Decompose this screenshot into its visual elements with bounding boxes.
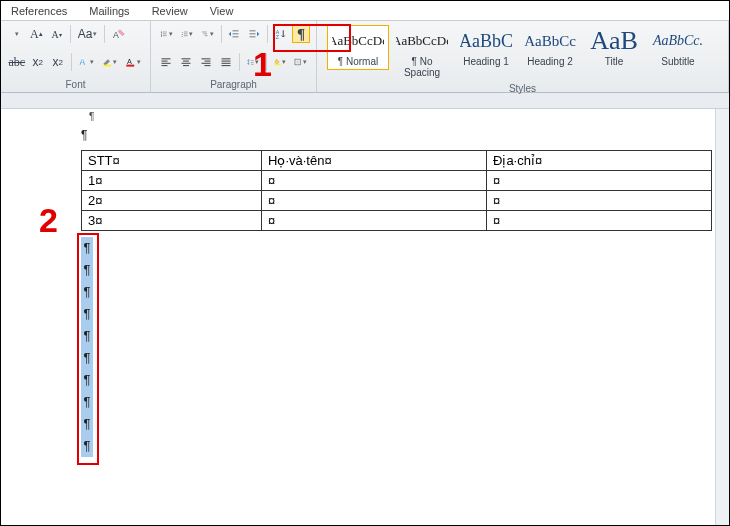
group-styles: AaBbCcDc¶ NormalAaBbCcDc¶ No SpacingAaBb… [317,21,729,92]
document-table[interactable]: STT¤ Họ·và·tên¤ Địa·chỉ¤ 1¤ ¤ ¤ 2¤ ¤ ¤ 3… [81,150,712,231]
superscript-button[interactable]: x2 [49,53,67,71]
table-cell[interactable]: 1¤ [82,171,262,191]
align-center-button[interactable] [177,53,195,71]
svg-rect-39 [205,65,211,66]
borders-button[interactable]: ▾ [291,53,310,71]
increase-indent-button[interactable] [245,25,263,43]
annotation-number-1: 1 [253,45,272,84]
paragraph-mark: ¶ [81,413,93,435]
clear-formatting-button[interactable]: A [109,25,129,43]
svg-text:Z: Z [276,34,280,40]
style-item-title[interactable]: AaBTitle [583,25,645,70]
multilevel-list-button[interactable]: ▾ [198,25,217,43]
bullets-button[interactable]: ▾ [157,25,176,43]
svg-rect-34 [182,63,191,64]
paragraph-mark: ¶ [81,281,93,303]
svg-rect-28 [162,58,171,59]
grow-font-button[interactable]: A▴ [27,25,46,43]
group-paragraph: ▾ 123▾ ▾ AZ ¶ ▾ ▾ ▾ Paragraph [151,21,317,92]
paragraph-mark: ¶ [81,259,93,281]
tab-review[interactable]: Review [142,3,198,20]
svg-rect-12 [183,32,187,33]
svg-text:3: 3 [181,35,183,38]
svg-rect-42 [222,63,231,64]
font-color-button[interactable]: A▾ [122,53,144,71]
table-cell[interactable]: 2¤ [82,191,262,211]
style-item--no-spacing[interactable]: AaBbCcDc¶ No Spacing [391,25,453,81]
group-font-label: Font [7,79,144,92]
tab-references[interactable]: References [1,3,77,20]
table-cell[interactable]: ¤ [487,191,712,211]
style-name-label: Heading 1 [460,56,512,67]
svg-text:A: A [127,57,132,66]
svg-rect-37 [205,61,211,62]
table-row: 2¤ ¤ ¤ [82,191,712,211]
paragraph-mark: ¶ [89,111,723,122]
svg-rect-6 [163,32,167,33]
vertical-scrollbar[interactable] [715,109,729,525]
table-cell[interactable]: ¤ [262,191,487,211]
subscript-button[interactable]: x2 [29,53,47,71]
justify-button[interactable] [217,53,235,71]
style-name-label: Subtitle [652,56,704,67]
numbering-button[interactable]: 123▾ [178,25,197,43]
text-effects-button[interactable]: A▾ [75,53,97,71]
sort-button[interactable]: AZ [272,25,290,43]
svg-rect-23 [250,30,256,31]
shading-button[interactable]: ▾ [271,53,290,71]
table-cell[interactable]: ¤ [262,171,487,191]
table-row: STT¤ Họ·và·tên¤ Địa·chỉ¤ [82,151,712,171]
align-right-button[interactable] [197,53,215,71]
tab-mailings[interactable]: Mailings [79,3,139,20]
table-header-cell[interactable]: Địa·chỉ¤ [487,151,712,171]
svg-rect-38 [202,63,211,64]
svg-rect-21 [233,33,239,34]
style-item-heading-2[interactable]: AaBbCcHeading 2 [519,25,581,70]
svg-rect-35 [183,65,189,66]
highlight-button[interactable]: ▾ [99,53,121,71]
svg-rect-33 [183,61,189,62]
document-area[interactable]: ¶ ¶ STT¤ Họ·và·tên¤ Địa·chỉ¤ 1¤ ¤ ¤ 2¤ ¤… [1,109,729,525]
decrease-indent-button[interactable] [225,25,243,43]
show-hide-marks-button[interactable]: ¶ [292,25,310,43]
group-font: ▾ A▴ A▾ Aa▾ A abc x2 x2 A▾ ▾ A▾ Font [1,21,151,92]
svg-rect-4 [127,65,135,67]
svg-rect-40 [222,58,231,59]
svg-rect-24 [250,33,256,34]
svg-rect-14 [183,34,187,35]
font-size-dropdown[interactable]: ▾ [7,25,25,43]
group-styles-label: Styles [323,83,722,96]
selected-paragraph-marks[interactable]: ¶¶¶¶¶¶¶¶¶¶ [81,237,723,457]
style-item--normal[interactable]: AaBbCcDc¶ Normal [327,25,389,70]
align-left-button[interactable] [157,53,175,71]
group-paragraph-label: Paragraph [157,79,310,92]
styles-gallery[interactable]: AaBbCcDc¶ NormalAaBbCcDc¶ No SpacingAaBb… [323,23,722,83]
table-cell[interactable]: 3¤ [82,211,262,231]
svg-rect-16 [183,35,187,36]
svg-rect-17 [202,32,207,33]
svg-rect-30 [162,63,171,64]
style-preview: AaBbCc. [652,28,704,54]
strikethrough-button[interactable]: abc [7,53,27,71]
table-cell[interactable]: ¤ [262,211,487,231]
style-name-label: ¶ No Spacing [396,56,448,78]
table-cell[interactable]: ¤ [487,211,712,231]
svg-rect-47 [275,64,281,65]
page: ¶ ¶ STT¤ Họ·và·tên¤ Địa·chỉ¤ 1¤ ¤ ¤ 2¤ ¤… [1,109,723,457]
svg-rect-32 [182,58,191,59]
style-item-heading-1[interactable]: AaBbCHeading 1 [455,25,517,70]
paragraph-mark: ¶ [81,303,93,325]
tab-view[interactable]: View [200,3,244,20]
svg-rect-36 [202,58,211,59]
table-cell[interactable]: ¤ [487,171,712,191]
table-header-cell[interactable]: STT¤ [82,151,262,171]
table-header-cell[interactable]: Họ·và·tên¤ [262,151,487,171]
annotation-number-2: 2 [39,201,58,240]
ribbon-tabs: References Mailings Review View [1,1,729,21]
style-item-subtitle[interactable]: AaBbCc.Subtitle [647,25,709,70]
change-case-button[interactable]: Aa▾ [75,25,101,43]
svg-point-7 [161,33,162,34]
table-row: 3¤ ¤ ¤ [82,211,712,231]
shrink-font-button[interactable]: A▾ [48,25,66,43]
svg-rect-8 [163,34,167,35]
